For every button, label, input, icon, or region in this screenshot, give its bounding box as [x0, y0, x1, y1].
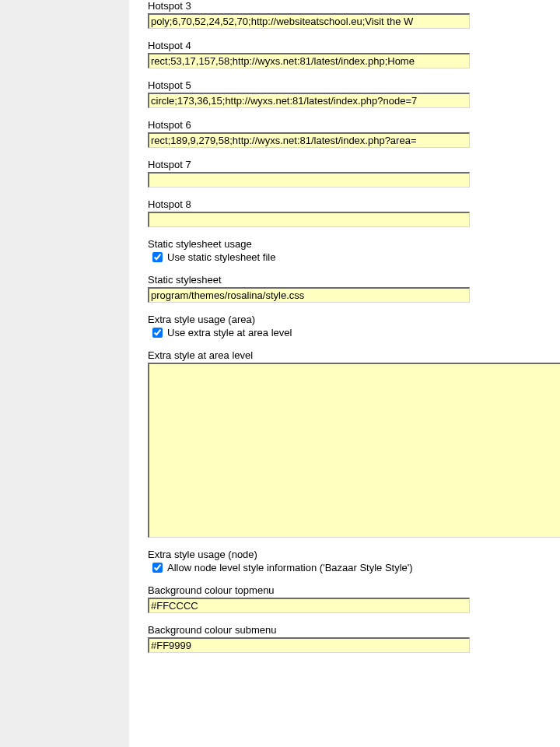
label-hotspot-3: Hotspot 3: [148, 0, 560, 12]
label-static-stylesheet: Static stylesheet: [148, 274, 560, 286]
checkbox-static-stylesheet-usage[interactable]: [152, 252, 163, 262]
label-extra-style-node-usage: Extra style usage (node): [148, 549, 560, 560]
input-bg-topmenu[interactable]: [148, 598, 470, 613]
field-static-stylesheet-usage: Static stylesheet usage Use static style…: [148, 238, 560, 263]
field-hotspot-3: Hotspot 3: [148, 0, 560, 29]
input-hotspot-6[interactable]: [148, 132, 470, 148]
label-hotspot-6: Hotspot 6: [148, 119, 560, 131]
form-main: Hotspot 3Hotspot 4Hotspot 5Hotspot 6Hots…: [129, 0, 560, 747]
field-static-stylesheet: Static stylesheet: [148, 274, 560, 303]
label-static-stylesheet-usage: Static stylesheet usage: [148, 238, 560, 250]
textarea-extra-style-area[interactable]: [148, 363, 560, 538]
sidebar: [0, 0, 129, 747]
checkbox-extra-style-node-usage[interactable]: [152, 563, 163, 573]
label-bg-topmenu: Background colour topmenu: [148, 584, 560, 596]
checkbox-label-extra-style-node-usage[interactable]: Allow node level style information ('Baz…: [167, 562, 413, 573]
field-bg-submenu: Background colour submenu: [148, 624, 560, 653]
input-hotspot-4[interactable]: [148, 53, 470, 68]
label-extra-style-area-usage: Extra style usage (area): [148, 314, 560, 325]
field-hotspot-4: Hotspot 4: [148, 40, 560, 68]
input-hotspot-7[interactable]: [148, 172, 470, 188]
input-hotspot-3[interactable]: [148, 13, 470, 29]
input-bg-submenu[interactable]: [148, 637, 470, 653]
checkbox-label-static-stylesheet-usage[interactable]: Use static stylesheet file: [167, 251, 275, 263]
checkbox-label-extra-style-area-usage[interactable]: Use extra style at area level: [167, 327, 292, 338]
field-hotspot-5: Hotspot 5: [148, 79, 560, 108]
label-hotspot-4: Hotspot 4: [148, 40, 560, 51]
field-bg-topmenu: Background colour topmenu: [148, 584, 560, 613]
label-bg-submenu: Background colour submenu: [148, 624, 560, 636]
field-hotspot-6: Hotspot 6: [148, 119, 560, 148]
field-extra-style-area-usage: Extra style usage (area) Use extra style…: [148, 314, 560, 338]
checkbox-extra-style-area-usage[interactable]: [152, 328, 163, 338]
input-hotspot-8[interactable]: [148, 212, 470, 227]
label-hotspot-8: Hotspot 8: [148, 198, 560, 210]
field-extra-style-node-usage: Extra style usage (node) Allow node leve…: [148, 549, 560, 573]
label-hotspot-7: Hotspot 7: [148, 159, 560, 170]
input-hotspot-5[interactable]: [148, 93, 470, 108]
field-extra-style-area: Extra style at area level: [148, 349, 560, 538]
input-static-stylesheet[interactable]: [148, 287, 470, 303]
field-hotspot-7: Hotspot 7: [148, 159, 560, 188]
field-hotspot-8: Hotspot 8: [148, 198, 560, 227]
label-extra-style-area: Extra style at area level: [148, 349, 560, 361]
label-hotspot-5: Hotspot 5: [148, 79, 560, 91]
